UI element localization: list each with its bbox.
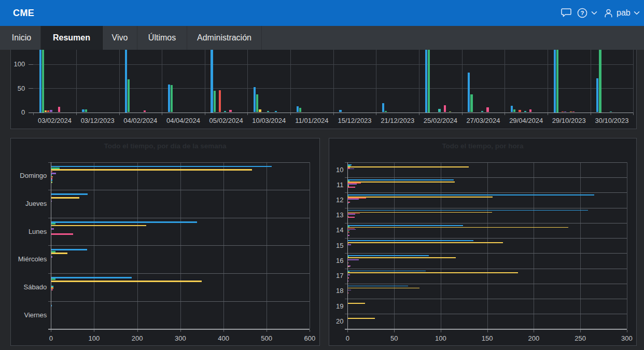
bar-segment [39, 50, 41, 113]
bar-segment [468, 73, 470, 112]
chevron-down-icon [634, 11, 640, 15]
bar-segment [51, 253, 67, 254]
panel-weekday-chart: Todo el tiempo, por día de la semana 010… [10, 138, 320, 346]
x-axis-label: 11/01/2024 [288, 117, 335, 124]
grid-line-x [162, 50, 162, 113]
y-axis-label: 0 [21, 108, 25, 116]
bar-segment [51, 221, 197, 223]
band-separator [345, 162, 627, 163]
axis-tick-x [51, 330, 51, 332]
bar-segment [347, 217, 355, 218]
bar-segment [382, 103, 384, 113]
bar-segment [219, 90, 221, 113]
x-axis-label: 400 [208, 334, 239, 342]
bar-segment [347, 303, 365, 304]
bar-segment [171, 85, 173, 112]
help-menu[interactable]: ? [577, 0, 597, 26]
y-axis-label: Viernes [0, 311, 47, 319]
x-axis-label: 300 [165, 334, 196, 342]
tab-ultimos[interactable]: Últimos [137, 26, 187, 50]
bar-segment [347, 290, 351, 291]
main-navbar: InicioResumenVivoÚltimosAdministración [0, 26, 644, 50]
axis-tick-x [180, 330, 181, 332]
bar-segment [347, 286, 408, 287]
bar-segment [128, 79, 130, 112]
panel-daily-chart: 05010003/02/202403/12/202304/02/202404/0… [10, 50, 637, 129]
bar-segment [347, 244, 351, 245]
axis-tick-x [137, 330, 138, 332]
band-separator [345, 223, 627, 223]
axis-tick-x [347, 330, 348, 332]
daily-bar-chart: 05010003/02/202403/12/202304/02/202404/0… [11, 50, 636, 129]
band-separator [345, 208, 627, 208]
grid-line-x [205, 50, 205, 113]
grid-line-x [376, 50, 376, 113]
x-axis-label: 25/02/2024 [417, 117, 464, 124]
x-axis-label: 600 [294, 334, 325, 342]
x-axis-label: 200 [122, 334, 153, 342]
band-separator [345, 192, 627, 193]
band-separator [345, 284, 627, 284]
tab-resumen[interactable]: Resumen [41, 26, 103, 50]
tab-vivo[interactable]: Vivo [103, 26, 137, 50]
bar-segment [347, 271, 426, 272]
bar-segment [347, 179, 454, 180]
band-separator [345, 177, 627, 178]
bar-segment [347, 184, 357, 185]
grid-line-x [462, 50, 463, 113]
bar-segment [347, 199, 359, 200]
bar-segment [51, 169, 252, 171]
x-axis-label: 10/03/2024 [246, 117, 292, 124]
bar-segment [299, 108, 301, 113]
chat-bubble-icon[interactable] [561, 0, 571, 26]
y-axis-label: 13 [293, 211, 343, 219]
bar-segment [51, 166, 272, 167]
x-axis-label: 03/02/2024 [32, 117, 78, 124]
axis-tick-y [29, 64, 34, 65]
bar-segment [486, 107, 488, 112]
bar-segment [51, 278, 55, 280]
y-axis-label: 11 [293, 181, 343, 189]
bar-segment [347, 259, 359, 260]
tab-inicio[interactable]: Inicio [3, 26, 41, 50]
svg-text:?: ? [580, 10, 584, 16]
axis-tick-x [310, 330, 310, 332]
user-icon [604, 9, 613, 18]
chevron-down-icon [591, 11, 597, 15]
band-separator [48, 301, 310, 302]
grid-line-x [591, 50, 591, 113]
y-axis-label: 10 [293, 166, 343, 174]
bar-segment [470, 94, 472, 112]
app-header: CME ? pab [0, 0, 644, 26]
user-name: pab [617, 8, 631, 18]
x-axis-label: 27/03/2024 [460, 117, 507, 124]
user-menu[interactable]: pab [604, 0, 640, 26]
band-separator [48, 245, 310, 246]
y-axis-label: 20 [293, 317, 343, 325]
y-axis-label: Miércoles [0, 255, 47, 263]
bar-segment [347, 194, 594, 195]
grid-line-x [333, 50, 334, 113]
grid-line-x [419, 50, 419, 113]
bar-segment [51, 167, 60, 169]
bar-segment [428, 50, 430, 113]
bar-segment [214, 91, 216, 113]
axis-tick-x [441, 330, 441, 332]
bar-segment [347, 214, 355, 215]
bar-segment [51, 228, 54, 230]
y-axis-label: 17 [293, 272, 343, 279]
x-axis-label: 0 [35, 334, 66, 342]
x-axis-label: 29/04/2024 [503, 117, 550, 124]
y-axis-label: Sábado [0, 283, 47, 291]
app-window: CME ? pab InicioResu [0, 0, 644, 350]
x-axis-label: 30/10/2023 [589, 117, 635, 124]
bar-segment [347, 255, 428, 256]
tab-administracion[interactable]: Administración [187, 26, 262, 50]
panel-hourly-chart: Todo el tiempo, por hora 050100150200250… [329, 138, 637, 346]
x-axis-label: 500 [251, 334, 282, 342]
band-separator [345, 299, 627, 299]
axis-tick-x [627, 330, 627, 332]
band-separator [345, 238, 627, 239]
band-separator [48, 190, 310, 190]
bar-segment [347, 288, 419, 289]
